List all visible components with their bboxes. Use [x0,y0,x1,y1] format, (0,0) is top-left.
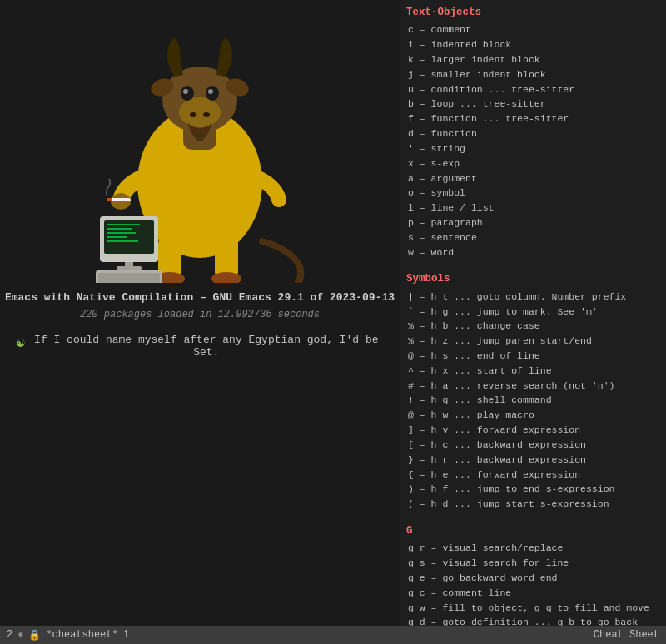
list-item: | – h t ... goto column. Number prefix [406,290,659,305]
list-item: u – condition ... tree-sitter [406,82,659,97]
list-item: } – h r ... backward expression [406,453,659,468]
svg-rect-23 [107,232,136,234]
list-item: ) – h f ... jump to end s-expression [406,482,659,497]
right-panel[interactable]: Text-Objects c – commenti – indented blo… [400,0,666,644]
emacs-title: Emacs with Native Compilation – GNU Emac… [5,291,395,304]
list-item: % – h b ... change case [406,319,659,334]
section-text-objects-title: Text-Objects [406,5,659,21]
list-item: g e – go backward word end [406,571,659,586]
list-item: w – word [406,245,659,260]
status-bar-left: 2 ● 🔒 *cheatsheet* 1 [7,629,587,642]
status-lock: 🔒 [28,629,41,642]
list-item: g s – visual search for line [406,556,659,571]
svg-point-10 [179,97,221,127]
list-item: b – loop ... tree-sitter [406,97,659,111]
svg-rect-21 [107,224,140,225]
svg-rect-29 [98,273,160,283]
list-item: { – h e ... forward expression [406,468,659,483]
list-item: [ – h c ... backward expression [406,438,659,453]
fortune-text: If I could name myself after any Egyptia… [30,334,383,359]
svg-point-16 [203,112,210,117]
list-item: o – symbol [406,186,659,201]
svg-rect-24 [107,236,127,238]
list-item: i – indented block [406,37,659,52]
list-item: l – line / list [406,201,659,215]
svg-rect-6 [110,198,131,201]
status-bar: 2 ● 🔒 *cheatsheet* 1 Cheat Sheet [0,626,666,644]
status-bar-right: Cheat Sheet [594,629,659,641]
status-filename: *cheatsheet* [46,629,117,641]
svg-point-15 [190,112,196,117]
list-item: ` – h g ... jump to mark. See 'm' [406,305,659,320]
list-item: c – comment [406,22,659,37]
list-item: f – function ... tree-sitter [406,111,659,126]
status-num: 2 [7,629,12,641]
left-panel: Emacs with Native Compilation – GNU Emac… [0,0,400,644]
list-item: g w – fill to object, g q to fill and mo… [406,601,659,616]
list-item: g c – comment line [406,586,659,601]
packages-loaded: 220 packages loaded in 12.992736 seconds [80,309,320,320]
list-item: j – smaller indent block [406,67,659,82]
list-item: a – argument [406,171,659,186]
section-symbols-title: Symbols [406,271,659,287]
list-item: k – larger indent block [406,52,659,67]
list-item: x – s-exp [406,156,659,171]
list-item: % – h z ... jump paren start/end [406,334,659,349]
svg-point-13 [183,89,188,94]
gnu-mascot-image [75,17,325,283]
list-item: ! – h q ... shell command [406,393,659,408]
list-item: p – paragraph [406,215,659,230]
list-item: ] – h v ... forward expression [406,423,659,438]
symbols-list: | – h t ... goto column. Number prefix` … [406,290,659,512]
list-item: # – h a ... reverse search (not 'n') [406,379,659,394]
fortune-message: ☯ If I could name myself after any Egypt… [0,334,400,359]
list-item: ^ – h x ... start of line [406,364,659,379]
list-item: g r – visual search/replace [406,541,659,556]
svg-rect-27 [117,266,142,270]
svg-point-14 [208,89,213,94]
fortune-icon: ☯ [17,334,25,351]
list-item: ' – string [406,141,659,156]
list-item: ( – h d ... jump start s-expression [406,497,659,512]
list-item: @ – h s ... end of line [406,349,659,364]
svg-rect-22 [107,228,132,230]
status-buffer-num: 1 [123,629,129,641]
list-item: s – sentence [406,230,659,245]
svg-rect-7 [107,198,112,201]
list-item: @ – h w ... play macro [406,408,659,423]
svg-rect-25 [107,240,138,242]
list-item: d – function [406,126,659,141]
section-g-title: G [406,523,659,539]
status-dot: ● [17,629,23,641]
text-objects-list: c – commenti – indented blockk – larger … [406,22,659,260]
